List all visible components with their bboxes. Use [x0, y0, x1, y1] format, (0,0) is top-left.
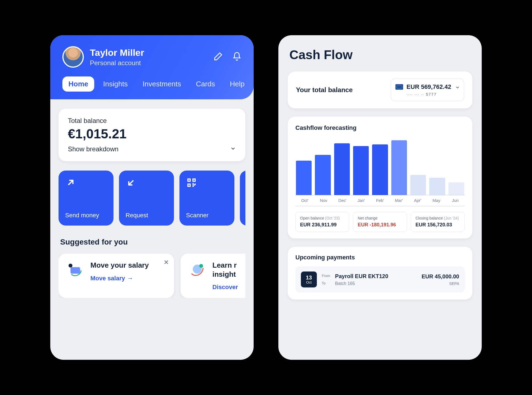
payment-name: Payroll EUR EKT120	[335, 273, 417, 279]
payment-type: SEPA	[422, 281, 459, 286]
close-icon[interactable]: ✕	[164, 259, 169, 266]
closing-balance-box: Closing balance (Jun '24) EUR 156,720.03	[411, 212, 465, 232]
quick-actions: Send money Request Scanner A	[59, 171, 245, 226]
axis-label: Nov	[314, 198, 333, 203]
chart-bar	[334, 143, 350, 195]
metric-period: (Oct '23)	[325, 216, 340, 220]
payment-batch: Batch 165	[335, 281, 417, 286]
chart-bar	[448, 182, 464, 195]
axis-label: Oct'	[295, 198, 314, 203]
tab-cards[interactable]: Cards	[190, 76, 221, 92]
action-label: Send money	[65, 212, 107, 219]
send-money-button[interactable]: Send money	[59, 171, 113, 226]
request-button[interactable]: Request	[119, 171, 174, 226]
svg-rect-2	[71, 267, 80, 273]
cashflow-bar-chart	[295, 138, 465, 195]
axis-label: Mar'	[389, 198, 408, 203]
chart-bar	[296, 161, 312, 195]
edit-icon[interactable]	[214, 52, 223, 62]
action-label: Request	[126, 212, 167, 219]
chart-bar	[372, 144, 388, 195]
chart-bar	[429, 178, 445, 195]
net-change-box: Net change EUR -180,191.96	[353, 212, 407, 232]
chart-title: Cashflow forecasting	[295, 124, 465, 131]
app-header: Taylor Miller Personal account Home Insi…	[50, 35, 254, 99]
qr-icon	[186, 177, 197, 188]
salary-icon	[66, 261, 85, 280]
axis-label: Feb'	[371, 198, 389, 203]
currency-selector[interactable]: EUR 569,762.42 ···· ··· ·· 5777	[391, 79, 464, 101]
suggestion-title: Learn r insight	[212, 261, 245, 279]
metric-value: EUR 156,720.03	[415, 222, 460, 228]
suggestion-cta[interactable]: Discover	[212, 284, 245, 291]
user-name: Taylor Miller	[90, 47, 214, 58]
metric-label: Net change	[358, 216, 378, 220]
payment-amount: EUR 45,000.00	[422, 273, 459, 280]
forecast-card: Cashflow forecasting Oct'NovDec'Jan'Feb'…	[288, 117, 472, 238]
upcoming-payments-card: Upcoming payments 13 Oct From To Payroll…	[288, 247, 472, 300]
tab-investments[interactable]: Investments	[137, 76, 187, 92]
suggestion-card[interactable]: ✕ Move your salary Move salary →	[59, 254, 174, 298]
total-balance-card: Your total balance EUR 569,762.42 ···· ·…	[288, 72, 472, 108]
suggested-title: Suggested for you	[60, 238, 245, 246]
tab-help[interactable]: Help	[224, 76, 250, 92]
from-to-labels: From To	[322, 274, 330, 285]
lightbulb-icon	[188, 261, 207, 280]
chevron-down-icon	[455, 85, 460, 91]
metric-value: EUR 236,911.99	[300, 222, 345, 228]
svg-point-1	[69, 264, 73, 268]
suggestion-title: Move your salary	[90, 261, 149, 270]
tab-insights[interactable]: Insights	[97, 76, 134, 92]
axis-label: Apr'	[408, 198, 427, 203]
account-mask: ···· ··· ·· 5777	[406, 92, 451, 97]
balance-card: Total balance €1,015.21 Show breakdown	[59, 109, 245, 161]
chart-bar	[353, 146, 369, 195]
balance-value: €1,015.21	[68, 126, 236, 141]
payment-row[interactable]: 13 Oct From To Payroll EUR EKT120 Batch …	[295, 267, 465, 292]
upcoming-title: Upcoming payments	[295, 254, 465, 261]
arrow-up-right-icon	[65, 177, 76, 188]
chevron-down-icon[interactable]	[230, 146, 236, 153]
svg-point-4	[199, 264, 203, 268]
axis-label: Dec'	[333, 198, 352, 203]
metric-label: Closing balance	[415, 216, 443, 220]
breakdown-link[interactable]: Show breakdown	[68, 145, 118, 153]
chart-bar	[410, 175, 426, 195]
chart-x-axis: Oct'NovDec'Jan'Feb'Mar'Apr'MayJun	[295, 198, 465, 206]
suggested-section: Suggested for you ✕ Move your salary Mov…	[59, 238, 245, 298]
bell-icon[interactable]	[232, 52, 242, 62]
metric-label: Open balance	[300, 216, 324, 220]
page-title: Cash Flow	[289, 47, 472, 62]
balance-label: Your total balance	[296, 86, 353, 94]
axis-label: Jun	[446, 198, 465, 203]
eu-flag-icon	[395, 84, 403, 90]
balance-label: Total balance	[68, 117, 236, 125]
chart-bar	[391, 140, 407, 195]
nav-tabs: Home Insights Investments Cards Help	[62, 76, 242, 92]
axis-label: May	[427, 198, 446, 203]
balance-amount: EUR 569,762.42	[406, 83, 451, 90]
scanner-button[interactable]: Scanner	[179, 171, 234, 226]
arrow-down-left-icon	[126, 177, 137, 188]
arrow-right-icon: →	[127, 275, 133, 282]
metric-value: EUR -180,191.96	[358, 222, 402, 228]
suggestion-cta[interactable]: Move salary →	[90, 275, 149, 282]
metric-period: (Jun '24)	[444, 216, 459, 220]
action-label: Scanner	[186, 212, 228, 219]
chart-bar	[315, 155, 331, 195]
date-chip: 13 Oct	[301, 271, 317, 287]
tab-home[interactable]: Home	[62, 76, 94, 92]
action-more-button[interactable]: A	[240, 171, 245, 226]
personal-banking-app: Taylor Miller Personal account Home Insi…	[50, 35, 254, 360]
cashflow-app: Cash Flow Your total balance EUR 569,762…	[278, 35, 482, 360]
suggestion-card[interactable]: Learn r insight Discover	[181, 254, 245, 298]
avatar[interactable]	[62, 46, 84, 68]
open-balance-box: Open balance (Oct '23) EUR 236,911.99	[295, 212, 349, 232]
account-type: Personal account	[90, 59, 214, 67]
axis-label: Jan'	[352, 198, 370, 203]
